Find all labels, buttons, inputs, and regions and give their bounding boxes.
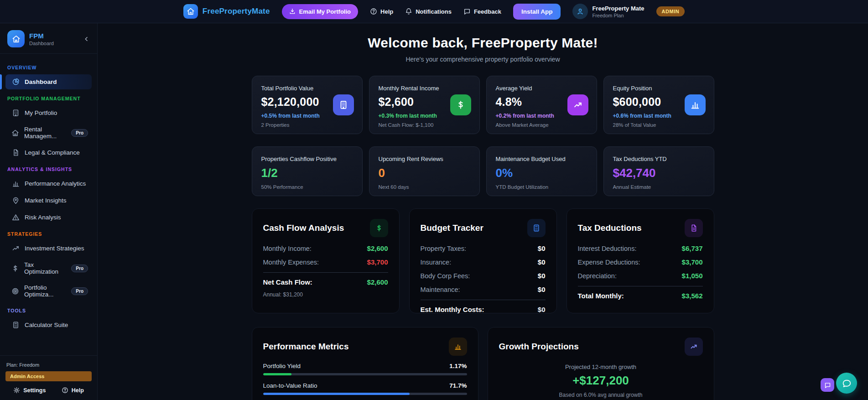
calculator-icon — [527, 219, 546, 237]
sidebar-item-risk-analysis[interactable]: Risk Analysis — [5, 210, 92, 225]
main-content: Welcome back, FreeProperty Mate! Here's … — [98, 23, 868, 400]
sidebar-item-tax-optimization[interactable]: Tax Optimization Pro — [5, 258, 92, 279]
stats-row-1: Total Portfolio Value $2,120,000 +0.5% f… — [252, 76, 714, 134]
sidebar-nav: OVERVIEW Dashboard PORTFOLIO MANAGEMENT … — [0, 54, 97, 355]
cash-flow-analysis-card: Cash Flow Analysis Monthly Income: $2,60… — [252, 208, 400, 313]
metric-loan-to-value: Loan-to-Value Ratio 71.7% — [263, 382, 467, 395]
section-portfolio-management: PORTFOLIO MANAGEMENT — [7, 96, 90, 101]
brand[interactable]: FreePropertyMate — [183, 4, 270, 19]
plan-line: Plan: Freedom — [6, 362, 91, 368]
divider — [421, 300, 546, 300]
card-title: Budget Tracker — [421, 223, 483, 233]
section-strategies: STRATEGIES — [7, 231, 90, 237]
stat-card-tax-deductions-ytd: Tax Deductions YTD $42,740 Annual Estima… — [603, 146, 714, 196]
pro-badge: Pro — [71, 265, 88, 272]
page-subtitle: Here's your comprehensive property portf… — [252, 56, 714, 63]
finance-row-item: Expense Deductions: $3,700 — [578, 258, 703, 266]
collapse-sidebar-button[interactable] — [82, 35, 91, 43]
stat-card-monthly-rental-income: Monthly Rental Income $2,600 +0.3% from … — [369, 76, 480, 134]
page-title: Welcome back, FreeProperty Mate! — [252, 35, 714, 51]
finance-row-item: Interest Deductions: $6,737 — [578, 244, 703, 252]
target-icon — [11, 287, 19, 295]
gear-icon — [13, 387, 20, 394]
user-name: FreeProperty Mate — [592, 5, 644, 12]
email-portfolio-button[interactable]: Email My Portfolio — [282, 4, 358, 19]
trend-up-icon — [567, 94, 588, 115]
sidebar-item-portfolio-optimization[interactable]: Portfolio Optimiza... Pro — [5, 281, 92, 301]
file-icon — [685, 219, 703, 237]
help-icon — [370, 8, 377, 15]
admin-access-banner[interactable]: Admin Access — [5, 371, 92, 381]
stat-card-rent-reviews: Upcoming Rent Reviews 0 Next 60 days — [369, 146, 480, 196]
settings-button[interactable]: Settings — [13, 387, 46, 394]
section-overview: OVERVIEW — [7, 65, 90, 70]
pie-chart-icon — [11, 78, 20, 86]
sidebar: FPM Dashboard OVERVIEW Dashboard PORTFOL… — [0, 23, 98, 400]
growth-projections-card: Growth Projections Projected 12-month gr… — [488, 327, 714, 400]
growth-label: Projected 12-month growth — [499, 364, 703, 370]
card-title: Performance Metrics — [263, 342, 349, 352]
notifications-button[interactable]: Notifications — [405, 8, 452, 15]
growth-subtitle: Based on 6.0% avg annual growth — [499, 392, 703, 398]
finance-row-item: Maintenance: $0 — [421, 286, 546, 293]
fpm-logo-home-icon — [7, 30, 25, 47]
brand-name: FreePropertyMate — [203, 7, 270, 16]
progress-fill — [263, 393, 410, 395]
help-footer-button[interactable]: Help — [62, 387, 84, 394]
pro-badge: Pro — [71, 129, 88, 137]
trend-up-icon — [685, 338, 703, 356]
top-navbar: FreePropertyMate Email My Portfolio Help… — [0, 0, 868, 23]
feedback-button[interactable]: Feedback — [463, 8, 501, 15]
user-plan: Freedom Plan — [592, 13, 644, 18]
finance-row-item: Insurance: $0 — [421, 258, 546, 266]
install-app-button[interactable]: Install App — [513, 4, 561, 20]
building-icon — [333, 94, 354, 115]
sidebar-item-dashboard[interactable]: Dashboard — [5, 74, 92, 89]
tax-deductions-card: Tax Deductions Interest Deductions: $6,7… — [567, 208, 714, 313]
warning-triangle-icon — [11, 213, 20, 221]
assistant-widget-button[interactable] — [821, 378, 834, 392]
section-tools: TOOLS — [7, 308, 90, 313]
admin-badge: ADMIN — [656, 6, 685, 16]
stat-card-total-portfolio-value: Total Portfolio Value $2,120,000 +0.5% f… — [252, 76, 363, 134]
sidebar-footer: Plan: Freedom Admin Access Settings Help — [0, 355, 97, 400]
dollar-icon — [11, 265, 19, 272]
bar-chart-icon — [11, 180, 20, 187]
sidebar-item-my-portfolio[interactable]: My Portfolio — [5, 105, 92, 120]
sidebar-item-legal-compliance[interactable]: Legal & Compliance — [5, 145, 92, 160]
finance-row: Cash Flow Analysis Monthly Income: $2,60… — [252, 208, 714, 313]
bottom-row: Performance Metrics Portfolio Yield 1.17… — [252, 327, 714, 400]
sidebar-header: FPM Dashboard — [0, 23, 97, 54]
progress-track — [263, 393, 467, 395]
home-icon — [11, 129, 19, 137]
map-pin-icon — [11, 197, 20, 204]
trend-up-icon — [11, 244, 20, 252]
finance-row-item: Body Corp Fees: $0 — [421, 272, 546, 280]
finance-total-row: Total Monthly: $3,562 — [578, 292, 703, 300]
sidebar-item-rental-management[interactable]: Rental Managem... Pro — [5, 122, 92, 143]
divider — [578, 286, 703, 286]
chat-bubble-button[interactable] — [836, 373, 857, 394]
performance-metrics-card: Performance Metrics Portfolio Yield 1.17… — [252, 327, 478, 400]
user-menu[interactable]: FreeProperty Mate Freedom Plan — [572, 4, 644, 19]
finance-row-item: Depreciation: $1,050 — [578, 272, 703, 280]
bell-icon — [405, 8, 412, 15]
pro-badge: Pro — [71, 287, 88, 295]
card-title: Growth Projections — [499, 342, 579, 352]
progress-fill — [263, 373, 292, 375]
sidebar-logo-subtitle: Dashboard — [29, 41, 78, 46]
finance-row-item: Property Taxes: $0 — [421, 244, 546, 252]
sidebar-item-investment-strategies[interactable]: Investment Strategies — [5, 241, 92, 256]
sidebar-item-calculator-suite[interactable]: Calculator Suite — [5, 317, 92, 332]
stats-row-2: Properties Cashflow Positive 1/2 50% Per… — [252, 146, 714, 196]
budget-tracker-card: Budget Tracker Property Taxes: $0 Insura… — [409, 208, 557, 313]
sidebar-item-market-insights[interactable]: Market Insights — [5, 193, 92, 208]
chat-bubble-icon — [842, 379, 852, 388]
divider — [263, 272, 388, 273]
calculator-icon — [11, 321, 20, 329]
bar-chart-icon — [685, 94, 706, 115]
annual-footnote: Annual: $31,200 — [263, 291, 388, 298]
stat-card-equity-position: Equity Position $600,000 +0.6% from last… — [603, 76, 714, 134]
sidebar-item-performance-analytics[interactable]: Performance Analytics — [5, 176, 92, 191]
help-button[interactable]: Help — [370, 8, 393, 15]
